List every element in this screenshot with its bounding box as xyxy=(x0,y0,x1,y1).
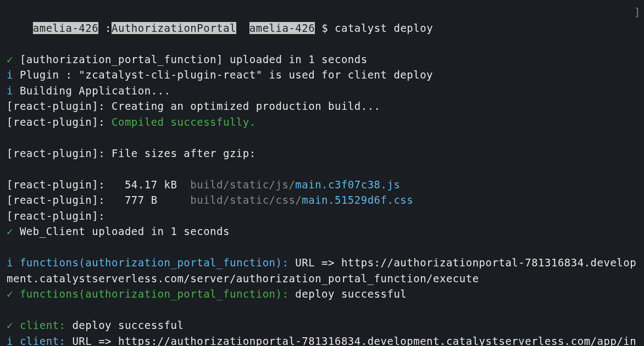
file-path: build/static/js/ xyxy=(190,178,295,191)
output-text: [react-plugin]: xyxy=(7,210,105,222)
output-text: Plugin : "zcatalyst-cli-plugin-react" is… xyxy=(13,69,433,81)
output-line: ✓ Web_Client uploaded in 1 seconds xyxy=(7,224,637,239)
output-line: [react-plugin]: 54.17 kB build/static/js… xyxy=(7,177,637,193)
output-prefix: [react-plugin]: 54.17 kB xyxy=(7,178,190,191)
file-name: main.c3f07c38.js xyxy=(295,178,400,191)
output-text: [react-plugin]: Creating an optimized pr… xyxy=(7,100,381,112)
output-prefix: [react-plugin]: 777 B xyxy=(7,194,190,206)
output-text: Building Application... xyxy=(13,85,171,97)
user-host: amelia-426 xyxy=(33,22,98,34)
output-line: [react-plugin]: File sizes after gzip: xyxy=(7,146,637,161)
output-prefix: [react-plugin]: xyxy=(7,116,112,128)
terminal-output: amelia-426 :AuthorizationPortal amelia-4… xyxy=(7,4,637,346)
command-text: catalyst deploy xyxy=(335,22,433,34)
blank-line xyxy=(7,130,637,146)
output-text: [authorization_portal_function] uploaded… xyxy=(13,53,368,65)
blank-line xyxy=(7,161,637,177)
info-icon: i xyxy=(7,256,13,269)
scrollbar-indicator: ] xyxy=(634,4,641,20)
output-line: ✓ [authorization_portal_function] upload… xyxy=(7,52,637,68)
prompt-line: amelia-426 :AuthorizationPortal amelia-4… xyxy=(7,4,637,52)
check-icon: ✓ xyxy=(7,225,13,237)
info-icon: i xyxy=(7,69,13,81)
file-path: build/static/css/ xyxy=(190,194,302,206)
deploy-text: deploy successful xyxy=(288,288,407,300)
output-line: ✓ functions(authorization_portal_functio… xyxy=(7,286,637,302)
url-text: URL => https://authorizationportal-78131… xyxy=(7,335,636,347)
blank-line xyxy=(7,239,637,255)
check-icon: ✓ xyxy=(7,319,13,331)
output-line: i client: URL => https://authorizationpo… xyxy=(7,333,637,347)
output-line: [react-plugin]: xyxy=(7,208,637,224)
output-line: i Building Application... xyxy=(7,83,637,99)
function-label: functions(authorization_portal_function)… xyxy=(13,256,288,269)
output-line: i functions(authorization_portal_functio… xyxy=(7,255,637,286)
prompt-sep: : xyxy=(98,22,112,34)
output-line: [react-plugin]: 777 B build/static/css/m… xyxy=(7,192,637,208)
output-line: ✓ client: deploy successful xyxy=(7,317,637,333)
prompt-dollar: $ xyxy=(315,22,335,34)
output-line: [react-plugin]: Creating an optimized pr… xyxy=(7,98,637,114)
check-icon: ✓ xyxy=(7,53,13,65)
output-text: Web_Client uploaded in 1 seconds xyxy=(13,225,230,237)
output-text: [react-plugin]: File sizes after gzip: xyxy=(7,147,256,159)
client-label: client: xyxy=(13,335,66,347)
user-host-2: amelia-426 xyxy=(249,22,315,34)
output-line: i Plugin : "zcatalyst-cli-plugin-react" … xyxy=(7,67,637,83)
deploy-text: deploy successful xyxy=(65,319,184,331)
output-line: [react-plugin]: Compiled successfully. xyxy=(7,114,637,130)
function-label: functions(authorization_portal_function)… xyxy=(13,288,288,300)
prompt-directory: AuthorizationPortal xyxy=(112,22,236,34)
file-name: main.51529d6f.css xyxy=(302,194,413,206)
blank-line xyxy=(7,302,637,318)
check-icon: ✓ xyxy=(7,288,13,300)
success-text: Compiled successfully. xyxy=(112,116,256,128)
info-icon: i xyxy=(7,335,13,347)
info-icon: i xyxy=(7,85,13,97)
client-label: client: xyxy=(13,319,66,331)
